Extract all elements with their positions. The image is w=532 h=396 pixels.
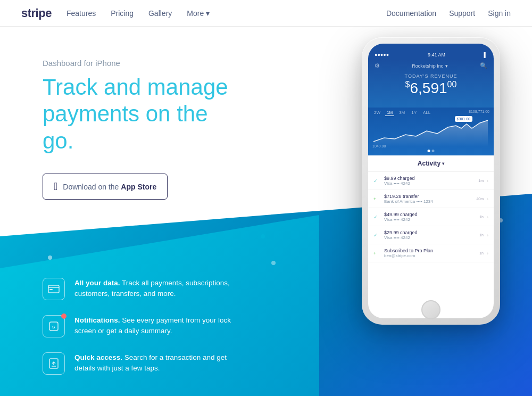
- phone-chart: 2W 1M 3M 1Y ALL $108,771.00 $301.00 1040…: [368, 108, 494, 155]
- phone-home-button[interactable]: [421, 300, 440, 319]
- search-icon[interactable]: 🔍: [480, 62, 487, 69]
- activity-details-3: $49.99 charged Visa •••• 4242: [384, 212, 476, 222]
- activity-item-5[interactable]: + Subscribed to Pro Plan ben@stripe.com …: [368, 244, 494, 262]
- feature-quick-access-text: Quick access. Search for a transaction a…: [74, 352, 234, 374]
- feature-all-data: All your data. Track all payments, subsc…: [43, 278, 234, 300]
- signal-dots: ●●●●●: [375, 52, 389, 57]
- activity-details-1: $9.99 charged Visa •••• 4242: [384, 176, 475, 186]
- stripe-logo[interactable]: stripe: [21, 6, 52, 20]
- plus-icon-2: +: [373, 251, 381, 256]
- notification-badge: [61, 314, 66, 319]
- arrow-icon-4: ›: [487, 233, 488, 238]
- phone-company-name: Rocketship Inc ▾: [380, 62, 480, 69]
- features-list: All your data. Track all payments, subsc…: [43, 278, 234, 375]
- battery-icon: ▌: [484, 52, 487, 57]
- nav-features[interactable]: Features: [66, 9, 96, 18]
- chart-dot-1: [428, 150, 430, 152]
- nav-gallery[interactable]: Gallery: [148, 9, 172, 18]
- phone-revenue-amount: $6,59100: [375, 80, 487, 97]
- chevron-down-icon: [206, 9, 210, 18]
- activity-header: Activity ▾: [368, 155, 494, 172]
- phone-outer: ●●●●● 9:41 AM ▌ ⚙ Rocketship Inc ▾ 🔍 TOD: [362, 37, 500, 325]
- activity-item-4[interactable]: ✓ $29.99 charged Visa •••• 4242 1h ›: [368, 226, 494, 244]
- phone-status-bar: ●●●●● 9:41 AM ▌: [368, 44, 494, 60]
- feature-notifications-text: Notifications. See every payment from yo…: [74, 315, 234, 337]
- activity-details-5: Subscribed to Pro Plan ben@stripe.com: [384, 248, 476, 258]
- chart-dot-2: [432, 150, 435, 152]
- deco-dot-1: [261, 234, 265, 238]
- chart-tab-1y[interactable]: 1Y: [410, 110, 418, 116]
- svg-marker-8: [373, 120, 488, 147]
- settings-icon[interactable]: ⚙: [375, 62, 380, 69]
- hero-section: Dashboard for iPhone Track and manage pa…: [0, 27, 532, 396]
- hero-title: Track and manage payments on the go.: [43, 74, 245, 154]
- arrow-icon-5: ›: [487, 251, 488, 256]
- navbar: stripe Features Pricing Gallery More Doc…: [0, 0, 532, 27]
- sign-in-link[interactable]: Sign in: [488, 9, 511, 18]
- plus-icon-1: +: [373, 196, 381, 202]
- deco-dot-3: [271, 261, 276, 265]
- activity-details-2: $719.28 transfer Bank of America •••• 12…: [384, 194, 473, 204]
- arrow-icon-3: ›: [487, 214, 488, 220]
- nav-support[interactable]: Support: [449, 9, 475, 18]
- check-icon-3: ✓: [373, 233, 381, 238]
- chart-page-dots: [428, 150, 435, 152]
- arrow-icon-1: ›: [487, 178, 488, 184]
- hero-subtitle: Dashboard for iPhone: [43, 59, 245, 68]
- credit-card-icon: [43, 278, 65, 300]
- chart-tab-2w[interactable]: 2W: [372, 110, 382, 116]
- feature-all-data-text: All your data. Track all payments, subsc…: [74, 278, 234, 300]
- svg-text:S: S: [52, 325, 55, 329]
- apple-icon: : [54, 180, 57, 193]
- app-store-button[interactable]:  Download on the App Store: [43, 174, 168, 200]
- chart-tab-all[interactable]: ALL: [421, 110, 432, 116]
- activity-item-2[interactable]: + $719.28 transfer Bank of America •••• …: [368, 190, 494, 208]
- arrow-icon-2: ›: [487, 196, 488, 202]
- phone-app-header: ⚙ Rocketship Inc ▾ 🔍 TODAY'S REVENUE $6,…: [368, 60, 494, 108]
- nav-more-dropdown[interactable]: More: [187, 9, 210, 18]
- notification-icon: S: [43, 315, 65, 337]
- quick-access-icon: [43, 352, 65, 375]
- phone-revenue-label: TODAY'S REVENUE: [375, 73, 487, 79]
- activity-item-3[interactable]: ✓ $49.99 charged Visa •••• 4242 1h ›: [368, 208, 494, 226]
- app-store-label: Download on the App Store: [63, 183, 156, 191]
- feature-notifications: S Notifications. See every payment from …: [43, 315, 234, 337]
- phone-inner: ●●●●● 9:41 AM ▌ ⚙ Rocketship Inc ▾ 🔍 TOD: [368, 44, 494, 318]
- chart-tabs: 2W 1M 3M 1Y ALL: [368, 108, 436, 118]
- nav-left: stripe Features Pricing Gallery More: [21, 6, 210, 20]
- check-icon-1: ✓: [373, 178, 381, 184]
- nav-right: Documentation Support Sign in: [386, 9, 511, 18]
- activity-item-1[interactable]: ✓ $9.99 charged Visa •••• 4242 1m ›: [368, 172, 494, 190]
- check-icon-2: ✓: [373, 214, 381, 220]
- phone-activity-section: Activity ▾ ✓ $9.99 charged Visa •••• 424…: [368, 155, 494, 262]
- phone-app-top-bar: ⚙ Rocketship Inc ▾ 🔍: [375, 60, 487, 73]
- chart-tab-3m[interactable]: 3M: [397, 110, 406, 116]
- nav-documentation[interactable]: Documentation: [386, 9, 436, 18]
- phone-mockup: ●●●●● 9:41 AM ▌ ⚙ Rocketship Inc ▾ 🔍 TOD: [362, 37, 500, 335]
- phone-time: 9:41 AM: [428, 52, 445, 57]
- nav-pricing[interactable]: Pricing: [111, 9, 134, 18]
- currency-symbol: $: [405, 80, 410, 89]
- activity-details-4: $29.99 charged Visa •••• 4242: [384, 230, 476, 240]
- activity-chevron: ▾: [442, 161, 444, 166]
- hero-content: Dashboard for iPhone Track and manage pa…: [43, 59, 245, 200]
- svg-rect-2: [49, 289, 53, 290]
- company-chevron: ▾: [445, 63, 448, 69]
- feature-quick-access: Quick access. Search for a transaction a…: [43, 352, 234, 375]
- deco-dot-2: [48, 255, 52, 260]
- chart-tab-1m[interactable]: 1M: [385, 110, 394, 116]
